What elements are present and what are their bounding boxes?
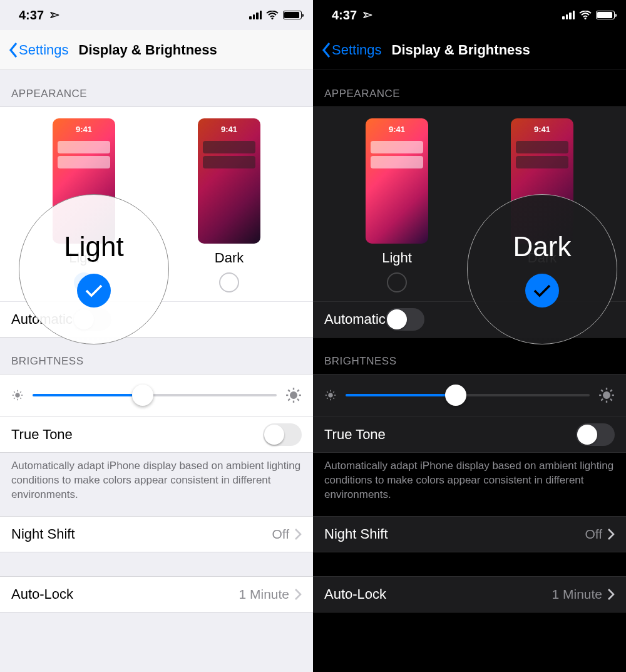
true-tone-description: Automatically adapt iPhone display based… (0, 453, 313, 516)
wifi-icon (579, 11, 592, 19)
battery-icon (596, 11, 615, 19)
sun-large-icon (598, 387, 615, 403)
svg-line-8 (14, 398, 15, 399)
page-title: Display & Brightness (79, 42, 217, 58)
back-button[interactable]: Settings (9, 42, 69, 58)
night-shift-value: Off (272, 527, 289, 542)
svg-line-18 (297, 390, 299, 391)
brightness-header: BRIGHTNESS (313, 338, 626, 374)
light-mode-label: Light (69, 250, 99, 266)
automatic-label: Automatic (324, 311, 386, 328)
svg-line-9 (20, 391, 21, 393)
appearance-option-dark[interactable]: 9:41 Dark (492, 118, 592, 292)
automatic-label: Automatic (11, 311, 73, 328)
automatic-row: Automatic (313, 301, 626, 338)
night-shift-label: Night Shift (324, 526, 388, 542)
nav-header: Settings Display & Brightness (0, 30, 313, 70)
cellular-signal-icon (249, 11, 262, 19)
status-time: 4:37 (332, 8, 357, 23)
brightness-slider[interactable] (33, 394, 277, 396)
svg-line-34 (601, 390, 603, 391)
svg-point-20 (329, 393, 333, 398)
svg-line-25 (327, 391, 328, 393)
dark-mode-thumbnail: 9:41 (511, 118, 573, 244)
svg-line-26 (333, 398, 334, 399)
automatic-row: Automatic (0, 301, 313, 338)
svg-line-6 (14, 391, 15, 393)
sun-small-icon (324, 389, 337, 401)
chevron-right-icon (607, 528, 615, 540)
night-shift-row[interactable]: Night Shift Off (313, 516, 626, 552)
battery-icon (283, 11, 302, 19)
status-time: 4:37 (19, 8, 44, 23)
chevron-right-icon (607, 588, 615, 601)
svg-line-7 (20, 398, 21, 399)
svg-line-16 (297, 399, 299, 401)
chevron-right-icon (294, 528, 302, 540)
brightness-slider-row (0, 374, 313, 416)
chevron-right-icon (294, 588, 302, 601)
status-bar: 4:37 (0, 0, 313, 30)
true-tone-toggle[interactable] (576, 423, 615, 446)
automatic-toggle[interactable] (386, 308, 424, 331)
sun-large-icon (285, 387, 302, 403)
auto-lock-value: 1 Minute (552, 587, 602, 602)
svg-line-37 (610, 390, 612, 391)
brightness-header: BRIGHTNESS (0, 338, 313, 374)
svg-point-19 (585, 18, 587, 19)
appearance-header: APPEARANCE (0, 70, 313, 106)
screenshot-light-mode: 4:37 Settings Display & Brightness APPEA… (0, 0, 313, 672)
chevron-left-icon (322, 42, 332, 58)
dark-mode-label: Dark (528, 250, 557, 266)
night-shift-label: Night Shift (11, 526, 75, 542)
auto-lock-row[interactable]: Auto-Lock 1 Minute (0, 576, 313, 613)
dark-mode-thumbnail: 9:41 (198, 118, 260, 244)
appearance-option-light[interactable]: 9:41 Light (347, 118, 447, 292)
true-tone-row: True Tone (313, 416, 626, 453)
auto-lock-label: Auto-Lock (11, 586, 73, 602)
true-tone-label: True Tone (11, 426, 73, 443)
chevron-left-icon (9, 42, 19, 58)
auto-lock-value: 1 Minute (239, 587, 289, 602)
status-bar: 4:37 (313, 0, 626, 30)
appearance-option-dark[interactable]: 9:41 Dark (179, 118, 279, 292)
back-button[interactable]: Settings (322, 42, 382, 58)
auto-lock-label: Auto-Lock (324, 586, 386, 602)
brightness-slider-row (313, 374, 626, 416)
true-tone-row: True Tone (0, 416, 313, 453)
brightness-slider[interactable] (346, 394, 590, 396)
true-tone-description: Automatically adapt iPhone display based… (313, 453, 626, 516)
appearance-card: 9:41 Light 9:41 Dark Automatic (313, 106, 626, 338)
dark-mode-label: Dark (215, 250, 244, 266)
sun-small-icon (11, 389, 24, 401)
light-mode-thumbnail: 9:41 (366, 118, 428, 244)
automatic-toggle[interactable] (73, 308, 111, 331)
light-mode-check-icon (387, 272, 407, 292)
svg-point-0 (272, 18, 274, 19)
location-icon (360, 9, 372, 21)
night-shift-row[interactable]: Night Shift Off (0, 516, 313, 552)
light-mode-thumbnail: 9:41 (53, 118, 115, 244)
light-mode-label: Light (382, 250, 412, 266)
svg-line-27 (327, 398, 328, 399)
svg-point-1 (16, 393, 20, 398)
dark-mode-check-icon (219, 272, 239, 292)
page-title: Display & Brightness (392, 42, 530, 58)
svg-line-36 (601, 399, 603, 401)
back-label: Settings (19, 42, 69, 58)
dark-mode-check-icon (532, 272, 552, 292)
cellular-signal-icon (562, 11, 575, 19)
true-tone-label: True Tone (324, 426, 386, 443)
auto-lock-row[interactable]: Auto-Lock 1 Minute (313, 576, 626, 613)
appearance-option-light[interactable]: 9:41 Light (34, 118, 134, 292)
svg-line-35 (610, 399, 612, 401)
back-label: Settings (332, 42, 382, 58)
screenshot-dark-mode: 4:37 Settings Display & Brightness APPEA… (313, 0, 626, 672)
location-icon (47, 9, 59, 21)
appearance-card: 9:41 Light 9:41 Dark Automatic (0, 106, 313, 338)
nav-header: Settings Display & Brightness (313, 30, 626, 70)
appearance-header: APPEARANCE (313, 70, 626, 106)
svg-point-29 (603, 392, 610, 399)
true-tone-toggle[interactable] (263, 423, 302, 446)
wifi-icon (266, 11, 279, 19)
